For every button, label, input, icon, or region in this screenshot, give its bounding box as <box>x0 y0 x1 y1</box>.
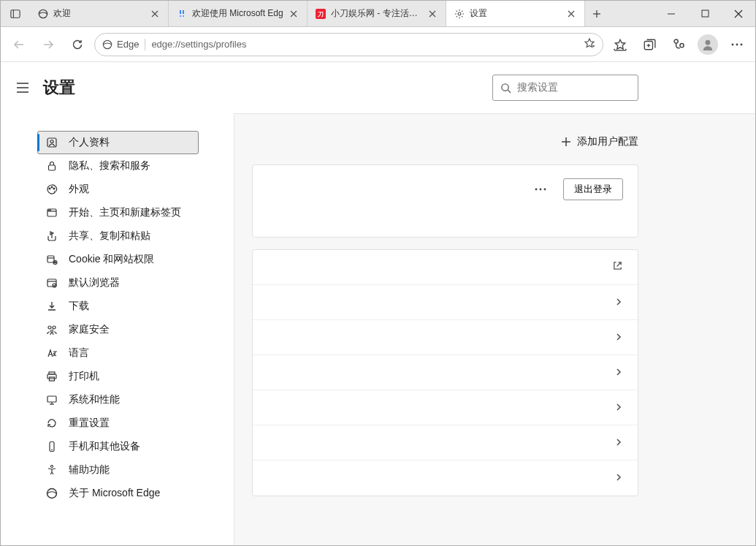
settings-row[interactable] <box>253 355 638 390</box>
svg-point-73 <box>47 489 57 498</box>
share-icon <box>45 230 58 243</box>
minimize-button[interactable] <box>654 1 688 27</box>
nav-item-printers[interactable]: 打印机 <box>37 365 199 388</box>
nav-item-accessibility[interactable]: 辅助功能 <box>37 458 199 482</box>
chevron-right-icon <box>614 471 623 485</box>
tab-welcome[interactable]: 欢迎 <box>30 1 169 26</box>
svg-rect-67 <box>47 396 56 402</box>
tab-edge-welcome[interactable]: 欢迎使用 Microsoft Edg <box>169 1 308 26</box>
nav-item-share[interactable]: 共享、复制和粘贴 <box>37 224 199 248</box>
address-bar[interactable]: Edge edge://settings/profiles <box>94 33 603 56</box>
start-icon <box>45 206 58 219</box>
svg-point-61 <box>48 326 51 329</box>
sign-out-button[interactable]: 退出登录 <box>563 178 623 200</box>
collections-button[interactable] <box>637 32 662 57</box>
nav-label: 关于 Microsoft Edge <box>69 487 160 500</box>
tab-actions-button[interactable] <box>1 1 30 26</box>
extensions-button[interactable] <box>666 32 691 57</box>
nav-item-reset[interactable]: 重置设置 <box>37 412 199 435</box>
settings-row[interactable] <box>253 460 638 496</box>
svg-point-35 <box>706 39 711 45</box>
tab-close-button[interactable] <box>149 8 161 20</box>
nav-item-phone[interactable]: 手机和其他设备 <box>37 435 199 458</box>
svg-rect-57 <box>55 262 56 263</box>
back-button[interactable] <box>7 32 31 57</box>
settings-row[interactable] <box>253 320 638 355</box>
nav-label: 开始、主页和新建标签页 <box>69 206 181 219</box>
settings-row[interactable] <box>253 425 638 460</box>
settings-search-input[interactable]: 搜索设置 <box>492 75 638 101</box>
window-controls <box>654 1 755 26</box>
tab-settings[interactable]: 设置 <box>446 1 585 26</box>
profile-settings-list <box>252 249 638 496</box>
nav-item-start[interactable]: 开始、主页和新建标签页 <box>37 201 199 224</box>
nav-label: 打印机 <box>69 370 99 383</box>
nav-item-cookies[interactable]: Cookie 和网站权限 <box>37 248 199 271</box>
tabs-area: 欢迎 欢迎使用 Microsoft Edg 刀 小刀娱乐网 - 专注活动… 设置 <box>1 1 654 26</box>
tab-xiaodao[interactable]: 刀 小刀娱乐网 - 专注活动… <box>308 1 446 26</box>
search-icon <box>500 83 511 94</box>
tab-close-button[interactable] <box>427 8 438 20</box>
svg-point-36 <box>732 43 734 45</box>
maximize-button[interactable] <box>688 1 722 27</box>
tab-close-button[interactable] <box>565 8 577 20</box>
nav-label: 外观 <box>69 183 89 196</box>
languages-icon <box>45 346 58 360</box>
close-window-button[interactable] <box>722 1 755 27</box>
tab-close-button[interactable] <box>288 8 299 20</box>
nav-label: 个人资料 <box>69 136 110 149</box>
nav-label: 共享、复制和粘贴 <box>69 230 150 243</box>
favorites-button[interactable] <box>608 32 633 57</box>
site-identity[interactable]: Edge <box>102 39 139 50</box>
nav-item-privacy[interactable]: 隐私、搜索和服务 <box>37 154 199 178</box>
settings-row[interactable] <box>253 250 638 285</box>
more-menu-button[interactable] <box>725 32 749 57</box>
edge-color-icon <box>176 8 188 20</box>
chevron-right-icon <box>614 296 623 309</box>
default-browser-icon <box>45 276 58 289</box>
printers-icon <box>45 370 58 383</box>
product-label: Edge <box>117 39 139 50</box>
menu-toggle-button[interactable] <box>11 76 34 99</box>
svg-point-76 <box>535 189 538 191</box>
settings-page: 设置 搜索设置 个人资料隐私、搜索和服务外观开始、主页和新建标签页共享、复制和粘… <box>1 62 755 545</box>
svg-point-2 <box>39 10 47 18</box>
nav-label: 隐私、搜索和服务 <box>69 159 150 172</box>
tab-actions-icon <box>10 9 20 19</box>
edge-icon <box>102 39 112 50</box>
nav-item-about[interactable]: 关于 Microsoft Edge <box>37 482 199 505</box>
nav-item-downloads[interactable]: 下载 <box>37 295 199 318</box>
nav-item-family[interactable]: 家庭安全 <box>37 318 199 341</box>
nav-item-profile[interactable]: 个人资料 <box>37 131 199 154</box>
page-title: 设置 <box>43 77 75 99</box>
settings-header: 设置 搜索设置 <box>1 62 755 113</box>
toolbar: Edge edge://settings/profiles <box>1 27 755 62</box>
svg-rect-5 <box>180 10 181 14</box>
settings-row[interactable] <box>253 390 638 425</box>
profile-button[interactable] <box>695 32 720 57</box>
nav-item-system[interactable]: 系统和性能 <box>37 388 199 412</box>
nav-item-languages[interactable]: 语言 <box>37 341 199 365</box>
profile-more-button[interactable] <box>530 178 551 200</box>
add-profile-button[interactable]: 添加用户配置 <box>252 131 638 164</box>
nav-item-default-browser[interactable]: 默认浏览器 <box>37 271 199 295</box>
family-icon <box>45 323 58 336</box>
nav-item-appearance[interactable]: 外观 <box>37 178 199 201</box>
accessibility-icon <box>45 463 58 477</box>
profile-icon <box>45 136 58 149</box>
svg-rect-54 <box>47 256 54 262</box>
forward-button[interactable] <box>36 32 61 57</box>
new-tab-button[interactable] <box>585 1 608 26</box>
tab-label: 欢迎 <box>53 7 145 20</box>
avatar-icon <box>698 34 718 55</box>
svg-point-77 <box>540 189 542 191</box>
svg-point-78 <box>544 189 546 191</box>
nav-label: Cookie 和网站权限 <box>69 253 154 266</box>
refresh-button[interactable] <box>65 32 90 57</box>
settings-row[interactable] <box>253 285 638 320</box>
phone-icon <box>45 440 58 453</box>
appearance-icon <box>45 183 58 196</box>
url-text: edge://settings/profiles <box>151 39 578 50</box>
svg-point-7 <box>180 15 181 17</box>
favorites-star-button[interactable] <box>584 37 595 51</box>
